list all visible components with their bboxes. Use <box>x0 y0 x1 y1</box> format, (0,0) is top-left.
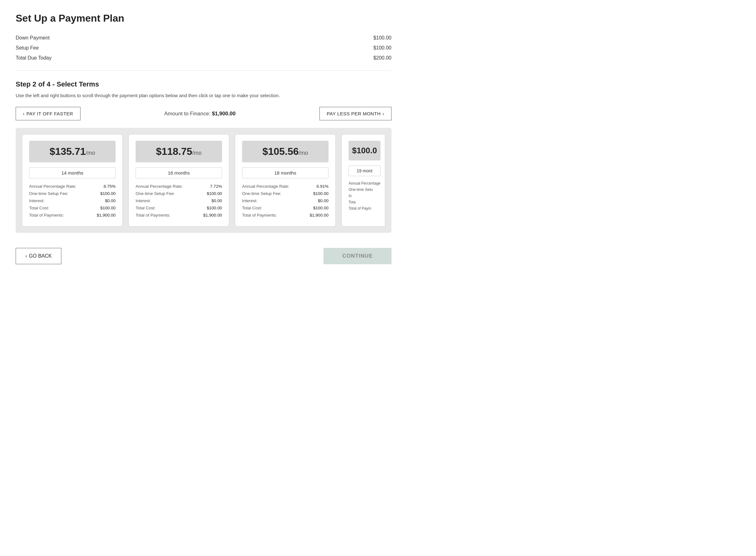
chevron-right-icon: › <box>383 111 384 116</box>
setup-fee-label: Setup Fee <box>16 43 39 53</box>
payments-partial: Total of Paym <box>348 206 380 211</box>
setup-label-3: One-time Setup Fee: <box>242 191 281 196</box>
total-cost-row-2: Total Cost: $100.00 <box>136 206 222 210</box>
total-cost-row-3: Total Cost: $100.00 <box>242 206 329 210</box>
months-badge-1: 14 months <box>29 167 116 178</box>
monthly-unit-3: /mo <box>299 150 308 156</box>
total-payments-label-2: Total of Payments: <box>136 213 171 217</box>
pay-less-button[interactable]: PAY LESS PER MONTH › <box>319 107 391 120</box>
total-due-value: $200.00 <box>373 53 391 63</box>
apr-partial: Annual Percentage <box>348 181 380 185</box>
apr-row-1: Annual Percentage Rate: 8.75% <box>29 184 116 189</box>
pay-less-label: PAY LESS PER MONTH <box>327 111 380 116</box>
summary-table: Down Payment $100.00 Setup Fee $100.00 T… <box>16 33 391 71</box>
total-partial: Tota <box>348 200 380 204</box>
interest-row-1: Interest: $0.00 <box>29 198 116 203</box>
apr-row-3: Annual Percentage Rate: 6.91% <box>242 184 329 189</box>
chevron-left-back-icon: ‹ <box>25 253 27 259</box>
months-badge-2: 16 months <box>136 167 222 178</box>
pay-faster-button[interactable]: ‹ PAY IT OFF FASTER <box>16 107 80 120</box>
instruction-text: Use the left and right buttons to scroll… <box>16 93 391 98</box>
total-cost-label-1: Total Cost: <box>29 206 49 210</box>
amount-value: $1,900.00 <box>212 111 236 116</box>
continue-label: CONTINUE <box>342 253 373 259</box>
plan-card-18-months[interactable]: $105.56/mo 18 months Annual Percentage R… <box>235 134 336 227</box>
interest-label-2: Interest: <box>136 198 151 203</box>
interest-label-1: Interest: <box>29 198 44 203</box>
total-due-label: Total Due Today <box>16 53 51 63</box>
apr-value-3: 6.91% <box>316 184 329 189</box>
apr-label-2: Annual Percentage Rate: <box>136 184 183 189</box>
months-badge-3: 18 months <box>242 167 329 178</box>
setup-row-1: One-time Setup Fee: $100.00 <box>29 191 116 196</box>
total-payments-value-3: $1,900.00 <box>310 213 329 217</box>
interest-value-1: $0.00 <box>105 198 116 203</box>
apr-value-1: 8.75% <box>104 184 116 189</box>
go-back-button[interactable]: ‹ GO BACK <box>16 248 62 264</box>
footer-bar: ‹ GO BACK CONTINUE <box>16 248 391 264</box>
chevron-left-icon: ‹ <box>23 111 25 116</box>
apr-label-1: Annual Percentage Rate: <box>29 184 76 189</box>
step-title: Step 2 of 4 - Select Terms <box>16 80 391 89</box>
total-cost-row-1: Total Cost: $100.00 <box>29 206 116 210</box>
apr-row-2: Annual Percentage Rate: 7.72% <box>136 184 222 189</box>
months-badge-partial: 19 mont <box>348 166 380 176</box>
setup-label-1: One-time Setup Fee: <box>29 191 68 196</box>
monthly-value-1: $135.71 <box>49 146 86 157</box>
summary-row-total-due: Total Due Today $200.00 <box>16 53 391 63</box>
setup-value-3: $100.00 <box>313 191 329 196</box>
total-payments-row-1: Total of Payments: $1,900.00 <box>29 213 116 217</box>
nav-bar: ‹ PAY IT OFF FASTER Amount to Finance: $… <box>16 107 391 120</box>
go-back-label: GO BACK <box>29 253 52 259</box>
total-cost-value-2: $100.00 <box>207 206 222 210</box>
interest-value-2: $0.00 <box>212 198 222 203</box>
monthly-value-2: $118.75 <box>156 146 192 157</box>
total-payments-label-1: Total of Payments: <box>29 213 64 217</box>
interest-row-3: Interest: $0.00 <box>242 198 329 203</box>
down-payment-value: $100.00 <box>373 33 391 43</box>
monthly-amount-1: $135.71/mo <box>29 141 116 162</box>
apr-value-2: 7.72% <box>210 184 222 189</box>
plans-container: $135.71/mo 14 months Annual Percentage R… <box>16 128 391 233</box>
monthly-value-3: $105.56 <box>262 146 299 157</box>
total-payments-row-3: Total of Payments: $1,900.00 <box>242 213 329 217</box>
monthly-amount-partial: $100.0 <box>348 141 380 161</box>
total-cost-value-3: $100.00 <box>313 206 329 210</box>
page-title: Set Up a Payment Plan <box>16 12 391 24</box>
setup-fee-value: $100.00 <box>373 43 391 53</box>
pay-faster-label: PAY IT OFF FASTER <box>26 111 73 116</box>
monthly-amount-2: $118.75/mo <box>136 141 222 162</box>
down-payment-label: Down Payment <box>16 33 50 43</box>
setup-value-1: $100.00 <box>100 191 116 196</box>
continue-button[interactable]: CONTINUE <box>324 248 391 264</box>
interest-row-2: Interest: $0.00 <box>136 198 222 203</box>
setup-row-2: One-time Setup Fee: $100.00 <box>136 191 222 196</box>
setup-row-3: One-time Setup Fee: $100.00 <box>242 191 329 196</box>
monthly-unit-2: /mo <box>192 150 202 156</box>
setup-partial: One-time Setu <box>348 187 380 192</box>
setup-label-2: One-time Setup Fee: <box>136 191 175 196</box>
total-payments-value-2: $1,900.00 <box>203 213 222 217</box>
amount-label: Amount to Finance: <box>164 111 210 116</box>
monthly-unit-1: /mo <box>86 150 95 156</box>
total-payments-row-2: Total of Payments: $1,900.00 <box>136 213 222 217</box>
finance-amount: Amount to Finance: $1,900.00 <box>80 111 320 117</box>
total-cost-value-1: $100.00 <box>100 206 116 210</box>
plan-card-14-months[interactable]: $135.71/mo 14 months Annual Percentage R… <box>22 134 123 227</box>
plan-card-partial-19-months[interactable]: $100.0 19 mont Annual Percentage One-tim… <box>341 134 385 227</box>
interest-partial: In <box>348 194 380 198</box>
setup-value-2: $100.00 <box>207 191 222 196</box>
monthly-value-partial: $100.0 <box>352 146 377 155</box>
total-payments-label-3: Total of Payments: <box>242 213 277 217</box>
interest-value-3: $0.00 <box>318 198 329 203</box>
total-cost-label-3: Total Cost: <box>242 206 262 210</box>
monthly-amount-3: $105.56/mo <box>242 141 329 162</box>
total-cost-label-2: Total Cost: <box>136 206 156 210</box>
summary-row-setup-fee: Setup Fee $100.00 <box>16 43 391 53</box>
summary-row-down-payment: Down Payment $100.00 <box>16 33 391 43</box>
apr-label-3: Annual Percentage Rate: <box>242 184 289 189</box>
interest-label-3: Interest: <box>242 198 257 203</box>
total-payments-value-1: $1,900.00 <box>97 213 116 217</box>
plan-card-16-months[interactable]: $118.75/mo 16 months Annual Percentage R… <box>128 134 229 227</box>
